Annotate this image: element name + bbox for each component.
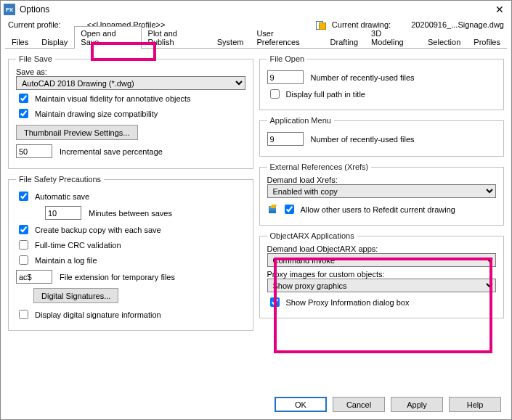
arx-legend: ObjectARX Applications bbox=[267, 231, 357, 240]
save-as-label: Save as: bbox=[16, 67, 245, 76]
group-app-menu: Application Menu Number of recently-used… bbox=[259, 116, 505, 157]
save-as-select[interactable]: AutoCAD 2018 Drawing (*.dwg) bbox=[16, 76, 245, 90]
cancel-button[interactable]: Cancel bbox=[333, 397, 385, 412]
tab-selection[interactable]: Selection bbox=[421, 35, 467, 49]
logfile-checkbox[interactable] bbox=[19, 255, 28, 265]
incremental-save-label: Incremental save percentage bbox=[60, 147, 163, 156]
fileopen-recent-label: Number of recently-used files bbox=[311, 73, 415, 82]
digital-signatures-button[interactable]: Digital Signatures... bbox=[33, 288, 118, 303]
autosave-minutes-input[interactable] bbox=[45, 206, 81, 220]
tab-user-prefs[interactable]: User Preferences bbox=[250, 26, 323, 49]
group-file-save: File Save Save as: AutoCAD 2018 Drawing … bbox=[8, 54, 253, 169]
maintain-visual-label: Maintain visual fidelity for annotative … bbox=[35, 94, 191, 103]
refedit-checkbox[interactable] bbox=[285, 205, 294, 214]
xrefs-legend: External References (Xrefs) bbox=[267, 162, 372, 171]
arx-proxy-label: Proxy images for custom objects: bbox=[267, 270, 497, 279]
temp-ext-input[interactable] bbox=[16, 270, 52, 284]
autosave-checkbox[interactable] bbox=[19, 192, 28, 201]
window-title: Options bbox=[20, 4, 49, 15]
thumbnail-settings-button[interactable]: Thumbnail Preview Settings... bbox=[16, 125, 138, 140]
file-open-legend: File Open bbox=[267, 54, 308, 63]
display-signature-checkbox[interactable] bbox=[19, 310, 28, 319]
tab-open-and-save[interactable]: Open and Save bbox=[74, 26, 141, 49]
crc-label: Full-time CRC validation bbox=[35, 241, 121, 250]
arx-demand-label: Demand load ObjectARX apps: bbox=[267, 244, 497, 253]
tab-drafting[interactable]: Drafting bbox=[324, 35, 365, 49]
tab-3d-modeling[interactable]: 3D Modeling bbox=[365, 26, 421, 49]
appmenu-recent-label: Number of recently-used files bbox=[311, 135, 415, 144]
safety-legend: File Safety Precautions bbox=[16, 175, 104, 184]
backup-checkbox[interactable] bbox=[19, 225, 28, 234]
help-button[interactable]: Help bbox=[449, 397, 501, 412]
app-icon: FX bbox=[4, 4, 15, 15]
crc-checkbox[interactable] bbox=[19, 240, 28, 250]
maintain-size-label: Maintain drawing size compatibility bbox=[35, 110, 158, 118]
temp-ext-label: File extension for temporary files bbox=[60, 273, 175, 281]
group-file-open: File Open Number of recently-used files … bbox=[259, 54, 505, 110]
arx-demand-select[interactable]: Command invoke bbox=[267, 253, 497, 267]
maintain-visual-checkbox[interactable] bbox=[19, 94, 28, 103]
cube-icon bbox=[267, 205, 277, 215]
group-file-safety: File Safety Precautions Automatic save M… bbox=[8, 175, 253, 331]
full-path-label: Display full path in title bbox=[286, 90, 365, 99]
autosave-label: Automatic save bbox=[35, 192, 89, 201]
tab-plot-publish[interactable]: Plot and Publish bbox=[142, 26, 211, 49]
apply-button[interactable]: Apply bbox=[391, 397, 443, 412]
display-signature-label: Display digital signature information bbox=[35, 310, 161, 319]
profile-label: Current profile: bbox=[8, 20, 61, 29]
arx-proxy-select[interactable]: Show proxy graphics bbox=[267, 279, 497, 292]
maintain-size-checkbox[interactable] bbox=[19, 109, 28, 118]
tab-system[interactable]: System bbox=[211, 35, 251, 49]
logfile-label: Maintain a log file bbox=[35, 256, 97, 265]
full-path-checkbox[interactable] bbox=[270, 89, 280, 99]
tab-bar: Files Display Open and Save Plot and Pub… bbox=[5, 33, 507, 49]
xrefs-demand-label: Demand load Xrefs: bbox=[267, 176, 497, 184]
tab-profiles[interactable]: Profiles bbox=[467, 35, 507, 49]
refedit-label: Allow other users to Refedit current dra… bbox=[301, 205, 455, 214]
group-xrefs: External References (Xrefs) Demand load … bbox=[259, 162, 505, 226]
ok-button[interactable]: OK bbox=[275, 397, 327, 412]
xrefs-demand-select[interactable]: Enabled with copy bbox=[267, 184, 497, 198]
file-save-legend: File Save bbox=[16, 54, 55, 63]
tab-display[interactable]: Display bbox=[35, 35, 74, 49]
close-icon[interactable]: ✕ bbox=[492, 4, 507, 15]
incremental-save-input[interactable] bbox=[16, 144, 52, 158]
show-proxy-label: Show Proxy Information dialog box bbox=[286, 298, 410, 307]
appmenu-recent-input[interactable] bbox=[267, 132, 304, 146]
app-menu-legend: Application Menu bbox=[267, 116, 334, 125]
backup-label: Create backup copy with each save bbox=[35, 226, 161, 234]
tab-files[interactable]: Files bbox=[5, 35, 35, 49]
fileopen-recent-input[interactable] bbox=[267, 70, 304, 84]
group-objectarx: ObjectARX Applications Demand load Objec… bbox=[259, 231, 505, 318]
show-proxy-checkbox[interactable] bbox=[270, 297, 280, 307]
drawing-value: 20200916_...Signage.dwg bbox=[411, 20, 504, 29]
autosave-minutes-label: Minutes between saves bbox=[89, 209, 172, 218]
